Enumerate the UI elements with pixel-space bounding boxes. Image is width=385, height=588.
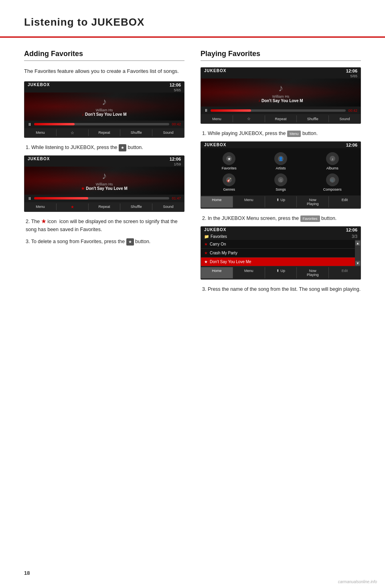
menu-btn-l2[interactable]: Menu: [24, 203, 57, 210]
star-btn-l1[interactable]: ☆: [57, 129, 89, 136]
shuffle-btn-l2[interactable]: Shuffle: [120, 203, 152, 210]
repeat-btn-l2[interactable]: Repeat: [89, 203, 121, 210]
svg-text:🎸: 🎸: [227, 177, 232, 183]
art-area-l1: ♪ William Hs ♪ Don't Say You Love M: [24, 93, 184, 121]
sound-btn-r1[interactable]: Sound: [329, 115, 361, 122]
fav-item-2[interactable]: ★ Crash My Party: [201, 249, 361, 258]
edit-nav-r2[interactable]: Edit: [329, 196, 361, 207]
step2-left: 2. The ★ icon icon will be displayed on …: [24, 217, 184, 234]
menu-nav-r3[interactable]: Menu: [233, 267, 265, 278]
menu-btn-l1[interactable]: Menu: [24, 129, 57, 136]
adding-favorites-intro: The Favorites feature allows you to crea…: [24, 67, 184, 76]
fav-item-1[interactable]: ★ Carry On: [201, 240, 361, 249]
svg-text:👤: 👤: [278, 156, 284, 161]
menu-item-songs[interactable]: ♫ Songs: [257, 173, 305, 191]
topbar-right-3: JUKEBOX 12:06: [201, 227, 361, 233]
sound-btn-l1[interactable]: Sound: [152, 129, 184, 136]
svg-text:🎼: 🎼: [330, 178, 334, 182]
jukebox-btns-l2: Menu ★ Repeat Shuffle Sound: [24, 202, 184, 211]
genres-icon: 🎸: [223, 173, 235, 186]
shuffle-btn-l1[interactable]: Shuffle: [120, 129, 152, 136]
songs-icon: ♫: [274, 173, 287, 186]
jukebox-label-r1: JUKEBOX: [204, 68, 226, 73]
fav-list-wrapper: ★ Carry On ★ Crash My Party ★ Don't Say …: [201, 240, 361, 266]
controls-r1: ⏸ 00:42: [201, 107, 361, 114]
page-title: Listening to JUKEBOX: [24, 16, 144, 28]
sound-btn-l2[interactable]: Sound: [152, 203, 184, 210]
artist-l2: William Hs: [96, 182, 113, 186]
nav-bar-r2: Home Menu ⬆ Up NowPlaying Edit: [201, 195, 361, 208]
scroll-down-btn[interactable]: ▼: [355, 261, 360, 266]
albums-label: Albums: [326, 166, 338, 170]
star-icon-2: ★: [204, 251, 208, 255]
progress-r1: [211, 109, 346, 112]
fav-list: ★ Carry On ★ Crash My Party ★ Don't Say …: [201, 240, 361, 266]
star-red-icon-l2: ★: [81, 186, 85, 191]
repeat-btn-r1[interactable]: Repeat: [265, 115, 297, 122]
pause-btn-l2: ⏸: [28, 196, 32, 201]
topbar-left-1: JUKEBOX 12:06: [24, 82, 184, 88]
fav-header-r3: 📁 Favorites 3/3: [201, 233, 361, 240]
jukebox-time-r3: 12:06: [346, 228, 357, 232]
progress-time-r1: 00:42: [348, 109, 357, 113]
jukebox-btns-l1: Menu ☆ Repeat Shuffle Sound: [24, 128, 184, 137]
favorites-icon: ★: [223, 152, 235, 165]
shuffle-btn-r1[interactable]: Shuffle: [297, 115, 329, 122]
track-count-l1: 5/65: [24, 88, 184, 93]
nav-bar-r3: Home Menu ⬆ Up NowPlaying Edit: [201, 266, 361, 279]
music-note-r1: ♪: [278, 83, 283, 94]
controls-l1: ⏸ 00:42: [24, 121, 184, 128]
menu-area-r2: ★ Favorites 👤 Artists ♪ Albums: [201, 148, 361, 195]
menu-item-composers[interactable]: 🎼 Composers: [308, 173, 357, 191]
fav-folder-title: Favorites: [211, 234, 227, 239]
progress-time-l2: 01:47: [172, 196, 181, 200]
home-nav-r2[interactable]: Home: [201, 196, 233, 207]
right-column: Playing Favorites JUKEBOX 12:06 5/65 ♪ W…: [201, 50, 361, 297]
star-icon-1: ★: [204, 242, 208, 246]
jukebox-screen-left-1: JUKEBOX 12:06 5/65 ♪ William Hs ♪ Don't …: [24, 81, 184, 138]
menu-item-albums[interactable]: ♪ Albums: [308, 152, 357, 170]
note-icon-r1: ♪: [258, 99, 260, 103]
home-nav-r3[interactable]: Home: [201, 267, 233, 278]
music-note-l1: ♪: [102, 96, 107, 107]
fav-item-3[interactable]: ★ Don't Say You Love Me: [201, 258, 361, 266]
star-icon-3: ★: [204, 260, 208, 264]
step1-left: 1. While listening to JUKEBOX, press the…: [24, 143, 184, 151]
fav-song-3: Don't Say You Love Me: [210, 260, 251, 264]
track-count-l2: 1/59: [24, 162, 184, 167]
page-header: Listening to JUKEBOX: [0, 0, 385, 38]
menu-item-artists[interactable]: 👤 Artists: [257, 152, 305, 170]
menu-item-genres[interactable]: 🎸 Genres: [205, 173, 253, 191]
star-btn-l2[interactable]: ★: [57, 203, 89, 210]
jukebox-time-l2: 12:06: [170, 157, 181, 161]
now-playing-nav-r2[interactable]: NowPlaying: [297, 196, 329, 207]
star-btn-r1[interactable]: ☆: [233, 115, 265, 122]
up-nav-r2[interactable]: ⬆ Up: [265, 196, 297, 207]
song-title-l1: ♪ Don't Say You Love M: [82, 112, 126, 117]
jukebox-screen-right-3: JUKEBOX 12:06 📁 Favorites 3/3 ★ Carry On: [201, 226, 361, 280]
edit-nav-r3[interactable]: Edit: [329, 267, 361, 278]
composers-label: Composers: [323, 187, 342, 191]
artists-icon: 👤: [274, 152, 287, 165]
step3-left: 3. To delete a song from Favorites, pres…: [24, 238, 184, 246]
now-playing-nav-r3[interactable]: NowPlaying: [297, 267, 329, 278]
track-count-r1: 5/65: [201, 74, 361, 79]
folder-icon: 📁: [204, 234, 209, 239]
progress-l1: [34, 123, 169, 125]
star-button-inline-l1: ★: [119, 144, 126, 151]
jukebox-time-r1: 12:06: [346, 68, 357, 73]
scroll-up-btn[interactable]: ▲: [355, 241, 360, 246]
menu-item-favorites[interactable]: ★ Favorites: [205, 152, 253, 170]
jukebox-time-l1: 12:06: [170, 83, 181, 87]
up-nav-r3[interactable]: ⬆ Up: [265, 267, 297, 278]
repeat-btn-l1[interactable]: Repeat: [89, 129, 121, 136]
fav-song-1: Carry On: [210, 242, 226, 246]
pause-btn-l1: ⏸: [28, 122, 32, 127]
fav-folder: 📁 Favorites: [204, 234, 227, 239]
page-number: 18: [24, 570, 30, 576]
menu-button-inline-r1: Menu: [287, 131, 301, 137]
controls-l2: ⏸ 01:47: [24, 195, 184, 202]
menu-nav-r2[interactable]: Menu: [233, 196, 265, 207]
menu-btn-r1[interactable]: Menu: [201, 115, 233, 122]
art-area-r1: ♪ William Hs ♪ Don't Say You Love M: [201, 79, 361, 107]
